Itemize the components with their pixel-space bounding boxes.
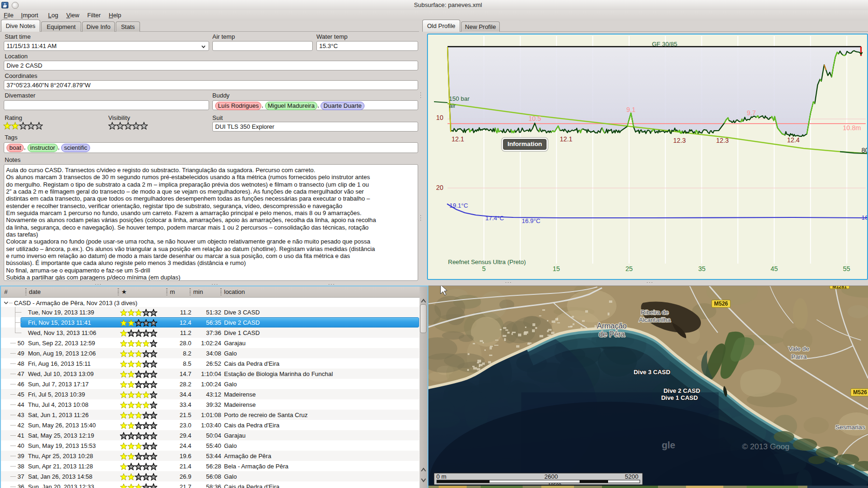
svg-text:Ribeira de: Ribeira de bbox=[641, 309, 668, 316]
svg-text:9.1: 9.1 bbox=[626, 106, 636, 113]
svg-text:12.3: 12.3 bbox=[716, 137, 728, 144]
svg-text:15: 15 bbox=[553, 265, 560, 272]
svg-text:air: air bbox=[449, 102, 456, 109]
svg-text:25: 25 bbox=[625, 265, 633, 272]
svg-text:45: 45 bbox=[770, 265, 778, 272]
svg-text:5: 5 bbox=[482, 265, 486, 272]
svg-text:gle: gle bbox=[662, 440, 675, 450]
svg-text:35: 35 bbox=[698, 265, 706, 272]
svg-text:Sesmarias: Sesmarias bbox=[835, 424, 865, 431]
svg-text:9.7: 9.7 bbox=[747, 109, 756, 117]
svg-text:M526: M526 bbox=[853, 389, 867, 396]
svg-text:Vale de: Vale de bbox=[789, 345, 810, 352]
svg-text:Reefnet Sensus Ultra (Preto): Reefnet Sensus Ultra (Preto) bbox=[448, 258, 526, 265]
svg-text:17.4°C: 17.4°C bbox=[485, 215, 504, 222]
svg-text:55: 55 bbox=[843, 265, 850, 272]
svg-text:12.1: 12.1 bbox=[451, 135, 464, 143]
svg-text:2600: 2600 bbox=[545, 473, 558, 480]
svg-text:20: 20 bbox=[436, 184, 443, 191]
svg-text:10: 10 bbox=[436, 114, 443, 121]
svg-text:16.9°C: 16.9°C bbox=[522, 217, 540, 224]
svg-text:Parra: Parra bbox=[791, 353, 807, 360]
svg-text:12.1: 12.1 bbox=[560, 135, 572, 143]
svg-text:de Pêra: de Pêra bbox=[599, 330, 625, 338]
svg-text:150 bar: 150 bar bbox=[449, 95, 470, 102]
svg-text:80: 80 bbox=[861, 146, 868, 154]
svg-text:Dive 3 CASD: Dive 3 CASD bbox=[634, 369, 671, 376]
svg-text:Armação: Armação bbox=[597, 322, 627, 330]
svg-text:Dive 2 CASD: Dive 2 CASD bbox=[664, 387, 700, 394]
svg-text:0 m: 0 m bbox=[436, 473, 447, 480]
svg-text:19.1°C: 19.1°C bbox=[449, 202, 468, 209]
svg-text:© 2013 Goog: © 2013 Goog bbox=[742, 442, 789, 451]
svg-text:GF 30/85: GF 30/85 bbox=[652, 41, 677, 48]
svg-text:10.5: 10.5 bbox=[528, 115, 541, 122]
svg-text:M526: M526 bbox=[714, 300, 728, 307]
svg-text:Dive 1 CASD: Dive 1 CASD bbox=[661, 394, 698, 401]
svg-text:10.8m: 10.8m bbox=[843, 124, 861, 132]
svg-text:16: 16 bbox=[861, 214, 868, 221]
svg-text:Alcantarilha: Alcantarilha bbox=[639, 316, 671, 323]
svg-text:12.3: 12.3 bbox=[673, 137, 686, 144]
svg-text:5200: 5200 bbox=[625, 473, 638, 480]
svg-text:12.4: 12.4 bbox=[787, 136, 799, 144]
svg-text:M1281: M1281 bbox=[833, 286, 847, 289]
